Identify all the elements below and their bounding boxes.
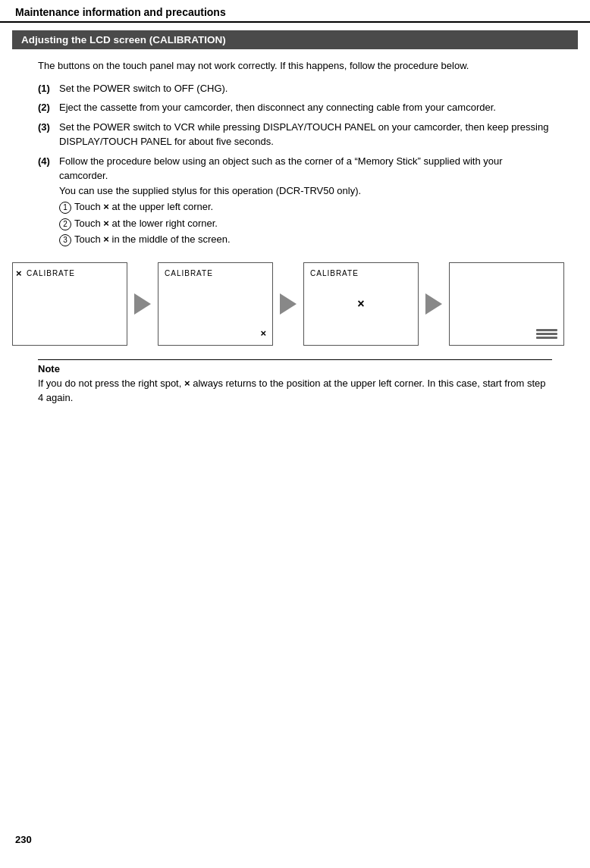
cal-x-bottomright: × [260, 327, 266, 339]
step-4-text: Follow the procedure below using an obje… [59, 154, 552, 249]
step-4: (4) Follow the procedure below using an … [38, 154, 552, 249]
step-1-text: Set the POWER switch to OFF (CHG). [59, 81, 552, 96]
arrow-right-icon-3 [425, 293, 442, 315]
cal-x-center: × [357, 297, 364, 311]
step-3-num: (3) [38, 120, 59, 149]
step-4-num: (4) [38, 154, 59, 249]
cal-box-2: CALIBRATE × [158, 262, 273, 346]
cal-label-2: CALIBRATE [165, 269, 213, 277]
step-2-num: (2) [38, 100, 59, 115]
arrow-3 [419, 293, 449, 315]
substep-2: 2 Touch × at the lower right corner. [59, 216, 552, 231]
cal-label-1: CALIBRATE [27, 269, 75, 277]
note-text: If you do not press the right spot, × al… [38, 376, 552, 406]
step-1: (1) Set the POWER switch to OFF (CHG). [38, 81, 552, 96]
sub-steps: 1 Touch × at the upper left corner. 2 To… [59, 199, 552, 247]
cal-box-1: × CALIBRATE [12, 262, 127, 346]
cal-box-4 [449, 262, 564, 346]
section-title: Adjusting the LCD screen (CALIBRATION) [12, 30, 578, 49]
step-2: (2) Eject the cassette from your camcord… [38, 100, 552, 115]
page-number: 230 [15, 834, 32, 845]
note-title: Note [38, 363, 552, 374]
cal-label-3: CALIBRATE [310, 269, 359, 277]
mini-line-1 [536, 329, 557, 331]
substep-3: 3 Touch × in the middle of the screen. [59, 232, 552, 247]
intro-text: The buttons on the touch panel may not w… [38, 58, 552, 74]
header-text: Maintenance information and precautions [15, 6, 226, 18]
arrow-right-icon-2 [280, 293, 297, 315]
substep-1: 1 Touch × at the upper left corner. [59, 199, 552, 215]
steps-list: (1) Set the POWER switch to OFF (CHG). (… [38, 81, 552, 249]
calibration-diagram: × CALIBRATE CALIBRATE × CALIBRATE × [12, 262, 578, 346]
step-3-text: Set the POWER switch to VCR while pressi… [59, 120, 552, 149]
arrow-right-icon [134, 293, 151, 315]
cal-box-3: CALIBRATE × [303, 262, 419, 346]
mini-line-2 [536, 333, 557, 335]
note-section: Note If you do not press the right spot,… [38, 359, 552, 406]
step-2-text: Eject the cassette from your camcorder, … [59, 100, 552, 115]
cal-x-topleft: × [16, 268, 22, 279]
step-1-num: (1) [38, 81, 59, 96]
arrow-1 [127, 293, 158, 315]
mini-line-3 [536, 337, 557, 339]
page-header: Maintenance information and precautions [0, 0, 590, 23]
arrow-2 [273, 293, 303, 315]
cal-lines [536, 329, 557, 339]
step-3: (3) Set the POWER switch to VCR while pr… [38, 120, 552, 149]
